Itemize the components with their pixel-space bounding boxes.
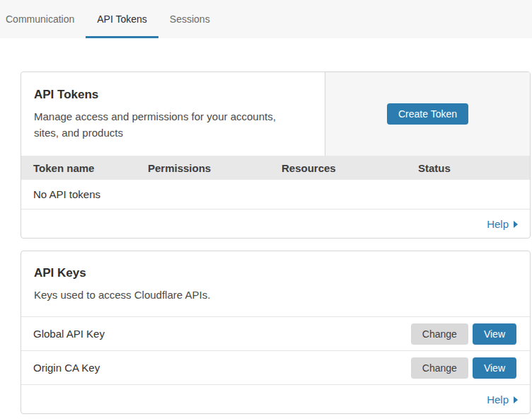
- api-tokens-header-text: API Tokens Manage access and permissions…: [21, 72, 325, 156]
- api-tokens-action-panel: Create Token: [325, 72, 530, 156]
- api-tokens-title: API Tokens: [34, 88, 312, 102]
- keys-card-footer: Help: [21, 385, 530, 413]
- tokens-card-footer: Help: [21, 210, 530, 238]
- tab-sessions[interactable]: Sessions: [158, 0, 221, 38]
- api-keys-card: API Keys Keys used to access Cloudflare …: [21, 251, 531, 414]
- tab-communication[interactable]: Communication: [0, 0, 86, 38]
- global-api-key-row: Global API Key Change View: [21, 317, 530, 351]
- global-api-key-change-button[interactable]: Change: [411, 323, 468, 345]
- help-arrow-icon: [514, 396, 518, 403]
- column-resources: Resources: [282, 162, 418, 174]
- create-token-button[interactable]: Create Token: [387, 103, 468, 125]
- api-keys-title: API Keys: [34, 266, 517, 280]
- api-tokens-card: API Tokens Manage access and permissions…: [21, 71, 531, 239]
- tokens-table-header: Token name Permissions Resources Status: [21, 156, 530, 180]
- keys-help-label: Help: [487, 394, 509, 406]
- tab-api-tokens[interactable]: API Tokens: [86, 0, 158, 38]
- tab-bar: Communication API Tokens Sessions: [0, 0, 532, 38]
- global-api-key-label: Global API Key: [33, 328, 411, 340]
- origin-ca-key-row: Origin CA Key Change View: [21, 351, 530, 385]
- tokens-empty-message: No API tokens: [33, 188, 100, 200]
- origin-ca-key-view-button[interactable]: View: [473, 357, 516, 379]
- api-keys-header: API Keys Keys used to access Cloudflare …: [21, 251, 530, 317]
- help-arrow-icon: [514, 221, 518, 228]
- tokens-help-label: Help: [487, 218, 509, 230]
- column-token-name: Token name: [33, 162, 148, 174]
- tokens-empty-row: No API tokens: [21, 180, 530, 210]
- keys-help-link[interactable]: Help: [487, 394, 518, 406]
- api-keys-description: Keys used to access Cloudflare APIs.: [34, 287, 297, 303]
- origin-ca-key-label: Origin CA Key: [33, 362, 411, 374]
- column-status: Status: [418, 162, 530, 174]
- api-tokens-header: API Tokens Manage access and permissions…: [21, 72, 530, 156]
- origin-ca-key-change-button[interactable]: Change: [411, 357, 468, 379]
- api-tokens-description: Manage access and permissions for your a…: [34, 108, 297, 142]
- tokens-help-link[interactable]: Help: [487, 218, 518, 230]
- global-api-key-view-button[interactable]: View: [473, 323, 516, 345]
- main-content: API Tokens Manage access and permissions…: [0, 38, 531, 414]
- column-permissions: Permissions: [148, 162, 282, 174]
